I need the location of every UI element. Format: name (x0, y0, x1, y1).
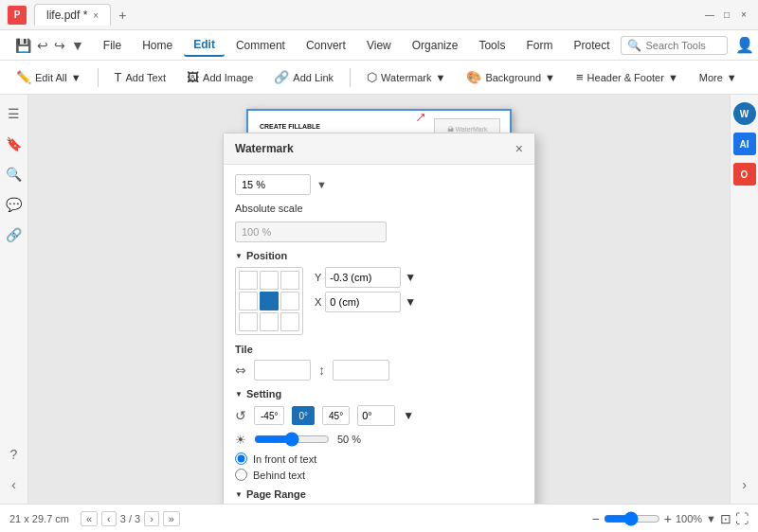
watermark-dialog: Watermark × ▼ Absolute scale Position (223, 133, 535, 504)
sidebar-search-icon[interactable]: 🔍 (3, 163, 26, 186)
sidebar-bookmark-icon[interactable]: 🔖 (3, 133, 26, 155)
sidebar-help-icon[interactable]: ? (3, 443, 26, 466)
minimize-btn[interactable]: — (703, 9, 716, 22)
y-input[interactable] (325, 267, 401, 288)
behind-text-radio[interactable] (235, 469, 247, 481)
setting-section-label: Setting (235, 388, 523, 399)
scale-type-label: Absolute scale (235, 203, 303, 214)
position-grid (235, 267, 303, 335)
zoom-in-btn[interactable]: + (664, 511, 672, 526)
more-btn[interactable]: More ▼ (691, 67, 746, 88)
add-image-btn[interactable]: 🖼 Add Image (178, 65, 262, 89)
x-coord: X ▼ (315, 292, 416, 312)
y-coord: Y ▼ (315, 267, 416, 288)
more-icon[interactable]: ▼ (71, 38, 84, 53)
maximize-btn[interactable]: □ (720, 9, 733, 22)
angle-custom-input[interactable] (357, 405, 395, 426)
angle-neg45-btn[interactable]: -45° (254, 406, 284, 425)
zoom-dropdown[interactable]: ▼ (706, 513, 716, 524)
separator-1 (98, 68, 99, 87)
add-text-btn[interactable]: T Add Text (106, 65, 175, 89)
pos-bot-right[interactable] (280, 312, 299, 331)
sidebar-comment-icon[interactable]: 💬 (3, 193, 26, 216)
menu-file[interactable]: File (94, 35, 131, 56)
status-last-btn[interactable]: » (163, 511, 180, 526)
new-tab-btn[interactable]: + (111, 4, 134, 27)
menu-organize[interactable]: Organize (403, 35, 468, 56)
rotate-ccw-icon: ↺ (235, 408, 246, 423)
right-sidebar: W AI O › (730, 95, 758, 504)
dialog-header: Watermark × (224, 133, 534, 165)
close-btn[interactable]: × (737, 9, 750, 22)
x-input[interactable] (325, 292, 401, 312)
opacity-control: ☀ 50 % (235, 432, 523, 447)
front-text-radio[interactable] (235, 452, 247, 465)
dialog-close-btn[interactable]: × (515, 141, 523, 156)
zoom-slider[interactable] (604, 511, 660, 526)
pos-top-left[interactable] (239, 271, 258, 290)
fullscreen-btn[interactable]: ⛶ (735, 511, 749, 526)
pos-top-center[interactable] (260, 271, 279, 290)
redo-icon[interactable]: ↪ (54, 38, 65, 53)
dropdown-arrow: ▼ (316, 179, 327, 190)
scale-value-input[interactable] (235, 222, 387, 242)
watermark-btn[interactable]: ⬡ Watermark ▼ (358, 65, 454, 89)
search-box[interactable]: 🔍 (621, 36, 728, 55)
pos-top-right[interactable] (280, 271, 299, 290)
menu-view[interactable]: View (357, 35, 401, 56)
angle-0-btn[interactable]: 0° (292, 406, 315, 425)
o-icon[interactable]: O (733, 163, 756, 186)
menu-convert[interactable]: Convert (297, 35, 355, 56)
edit-all-btn[interactable]: ✏️ Edit All ▼ (8, 65, 90, 89)
menu-comment[interactable]: Comment (226, 35, 295, 56)
ai-icon[interactable]: AI (733, 133, 756, 155)
w-icon[interactable]: W (733, 102, 756, 125)
status-prev-btn[interactable]: ‹ (101, 511, 117, 526)
front-text-label: In front of text (253, 453, 316, 465)
menu-home[interactable]: Home (133, 35, 182, 56)
tile-v-input[interactable] (333, 360, 389, 381)
watermark-icon: ⬡ (367, 70, 377, 84)
menu-protect[interactable]: Protect (564, 35, 619, 56)
tile-horizontal-icon: ⇔ (235, 363, 246, 378)
scale-value-row (235, 222, 523, 242)
edit-icon: ✏️ (16, 70, 31, 84)
zoom-out-btn[interactable]: − (592, 511, 600, 526)
header-footer-btn[interactable]: ≡ Header & Footer ▼ (568, 65, 687, 89)
status-next-btn[interactable]: › (144, 511, 159, 526)
text-icon: T (115, 70, 122, 84)
account-icon[interactable]: 👤 (735, 36, 754, 54)
pos-mid-center[interactable] (260, 292, 279, 310)
pos-mid-left[interactable] (239, 292, 258, 310)
tab-close-btn[interactable]: × (93, 10, 99, 21)
opacity-slider[interactable] (254, 432, 330, 447)
opacity-input[interactable] (235, 174, 311, 195)
menu-form[interactable]: Form (516, 35, 562, 56)
sidebar-link-icon[interactable]: 🔗 (3, 223, 26, 246)
dropdown-icon-4: ▼ (668, 72, 678, 83)
fit-page-btn[interactable]: ⊡ (720, 511, 731, 526)
pos-bot-left[interactable] (239, 312, 258, 331)
pos-mid-right[interactable] (280, 292, 299, 310)
right-collapse-icon[interactable]: › (733, 473, 756, 496)
status-first-btn[interactable]: « (81, 511, 98, 526)
search-input[interactable] (645, 40, 721, 51)
pos-bot-center[interactable] (260, 312, 279, 331)
main-area: ☰ 🔖 🔍 💬 🔗 ? ‹ 🏔 WaterMarkPDFelement CREA… (0, 95, 758, 504)
sidebar-collapse-icon[interactable]: ‹ (3, 473, 26, 496)
link-icon: 🔗 (274, 70, 289, 84)
add-link-btn[interactable]: 🔗 Add Link (265, 65, 342, 89)
background-btn[interactable]: 🎨 Background ▼ (458, 65, 564, 89)
tile-h-input[interactable] (254, 360, 311, 381)
save-icon[interactable]: 💾 (15, 38, 31, 53)
menu-edit[interactable]: Edit (184, 34, 225, 57)
dialog-body: ▼ Absolute scale Position (224, 165, 534, 504)
sidebar-menu-icon[interactable]: ☰ (3, 102, 26, 125)
menu-tools[interactable]: Tools (469, 35, 514, 56)
image-icon: 🖼 (187, 70, 199, 84)
zoom-controls: − + 100% ▼ ⊡ ⛶ (592, 511, 749, 526)
document-tab[interactable]: life.pdf * × (34, 4, 111, 26)
angle-45-btn[interactable]: 45° (322, 406, 350, 425)
undo-icon[interactable]: ↩ (37, 38, 48, 53)
separator-2 (350, 68, 351, 87)
